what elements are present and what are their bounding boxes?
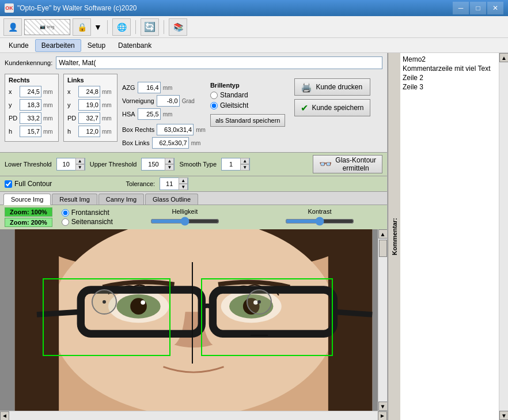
full-contour-checkbox[interactable]	[5, 180, 12, 188]
printer-icon: 🖨️	[301, 82, 312, 93]
toolbar-refresh-btn[interactable]: 🔄	[141, 18, 159, 36]
links-pd-input[interactable]	[78, 112, 100, 124]
toolbar-user-btn[interactable]: 👤	[3, 18, 22, 36]
main-content: Kundenkennung: Rechts x mm y mm	[0, 53, 508, 420]
zoom-200-button[interactable]: Zoom: 200%	[5, 218, 52, 227]
hscroll-left-btn[interactable]: ◄	[0, 411, 9, 421]
rechts-y-input[interactable]	[20, 99, 41, 111]
tabs-bar: Source Img Result Img Canny Img Glass Ou…	[0, 192, 387, 205]
tab-source-img[interactable]: Source Img	[3, 194, 51, 205]
vscroll-down-btn[interactable]: ▼	[378, 402, 388, 411]
upper-threshold-up[interactable]: ▲	[165, 158, 174, 164]
tolerance-spinner-btns: ▲ ▼	[179, 177, 188, 190]
tab-result-img[interactable]: Result Img	[52, 194, 97, 205]
links-x-row: x mm	[67, 86, 113, 97]
glas-kontour-button[interactable]: 👓 Glas-Kontourermitteln	[313, 155, 382, 173]
kunde-drucken-label: Kunde drucken	[316, 83, 362, 91]
vscroll-thumb[interactable]	[379, 240, 387, 257]
hscroll-right-btn[interactable]: ►	[378, 411, 387, 421]
menu-setup[interactable]: Setup	[81, 39, 112, 52]
box-dims-section: Box Rechts mm Box Links mm	[122, 124, 206, 149]
kunden-input[interactable]	[56, 56, 382, 69]
links-pd-unit: mm	[102, 115, 113, 122]
lower-threshold-up[interactable]: ▲	[75, 158, 85, 164]
toolbar-web-btn[interactable]: 🌐	[112, 18, 131, 36]
gleitsicht-label: Gleitsicht	[220, 101, 248, 109]
vscroll-track[interactable]	[378, 239, 388, 402]
comment-vscroll-down[interactable]: ▼	[499, 411, 508, 420]
tolerance-down[interactable]: ▼	[179, 184, 188, 190]
vorneigung-row: Vorneigung Grad	[122, 95, 206, 107]
zoom-100-button[interactable]: Zoom: 100%	[5, 207, 52, 217]
als-standard-button[interactable]: als Standard speichern	[210, 114, 286, 127]
hsa-input[interactable]	[138, 108, 161, 120]
frontansicht-radio[interactable]	[62, 209, 69, 217]
azg-input[interactable]	[138, 82, 161, 93]
comment-scroll-track[interactable]	[499, 62, 508, 411]
right-panel: Kommentar: Memo2 Kommentarzeile mit viel…	[387, 53, 508, 420]
glas-kontour-label: Glas-Kontourermitteln	[335, 156, 376, 172]
menu-datenbank[interactable]: Datenbank	[112, 39, 158, 52]
kunde-drucken-button[interactable]: 🖨️ Kunde drucken	[294, 78, 370, 96]
smooth-type-spinner-btns: ▲ ▼	[240, 158, 249, 171]
window-controls: ─ □ ✕	[453, 2, 503, 14]
maximize-button[interactable]: □	[470, 2, 486, 14]
tolerance-spinner: ▲ ▼	[160, 177, 188, 190]
box-links-input[interactable]	[152, 137, 189, 149]
links-x-label: x	[67, 88, 77, 95]
minimize-button[interactable]: ─	[453, 2, 469, 14]
helligkeit-slider[interactable]	[150, 216, 219, 226]
btn-section: 🖨️ Kunde drucken ✔ Kunde speichern	[294, 78, 370, 116]
smooth-type-input[interactable]	[222, 158, 240, 170]
smooth-type-up[interactable]: ▲	[240, 158, 249, 164]
tab-canny-img[interactable]: Canny Img	[98, 194, 144, 205]
rechts-pd-input[interactable]	[20, 112, 41, 124]
standard-radio[interactable]	[210, 92, 218, 99]
tolerance-input[interactable]	[160, 178, 179, 190]
tolerance-up[interactable]: ▲	[179, 177, 188, 184]
tab-glass-outline[interactable]: Glass Outline	[145, 194, 198, 205]
menu-bearbeiten[interactable]: Bearbeiten	[35, 39, 81, 52]
toolbar-lock-btn[interactable]: 🔒	[73, 18, 91, 36]
lower-threshold-input[interactable]	[57, 158, 75, 170]
kontrast-slider[interactable]	[285, 216, 354, 226]
image-hscrollbar[interactable]: ◄ ►	[0, 411, 387, 420]
seitenansicht-radio-row: Seitenansicht	[62, 218, 113, 226]
comment-line-3: Zeile 3	[403, 83, 496, 91]
upper-threshold-label: Upper Threshold	[90, 161, 137, 168]
links-y-input[interactable]	[78, 99, 100, 111]
rechts-y-row: y mm	[9, 99, 55, 111]
rechts-y-unit: mm	[43, 102, 55, 108]
links-h-input[interactable]	[78, 126, 100, 137]
menu-kunde[interactable]: Kunde	[2, 39, 35, 52]
upper-threshold-down[interactable]: ▼	[165, 164, 174, 171]
box-rechts-input[interactable]	[157, 124, 194, 135]
smooth-type-down[interactable]: ▼	[240, 164, 249, 171]
close-button[interactable]: ✕	[487, 2, 503, 14]
toolbar-book-btn[interactable]: 📚	[169, 18, 187, 36]
comment-vscroll-up[interactable]: ▲	[499, 53, 508, 62]
rechts-h-input[interactable]	[20, 126, 41, 137]
img-controls: Zoom: 100% Zoom: 200% Frontansicht Seite…	[0, 205, 387, 229]
vscroll-up-btn[interactable]: ▲	[378, 229, 388, 239]
save-icon: ✔	[301, 103, 308, 113]
kunden-row: Kundenkennung:	[5, 56, 382, 69]
rechts-x-unit: mm	[43, 89, 55, 95]
toolbar-dropdown-btn[interactable]: ▼	[93, 18, 103, 36]
seitenansicht-radio[interactable]	[62, 218, 69, 226]
vorneigung-input[interactable]	[157, 95, 180, 107]
lower-threshold-down[interactable]: ▼	[75, 164, 85, 171]
standard-label: Standard	[220, 91, 248, 99]
links-x-input[interactable]	[78, 86, 100, 97]
hscroll-track[interactable]	[9, 411, 378, 421]
rechts-pd-label: PD	[9, 115, 18, 122]
upper-threshold-input[interactable]	[142, 158, 165, 170]
image-area[interactable]: ▲ ▼	[0, 229, 387, 411]
gleitsicht-radio[interactable]	[210, 102, 218, 109]
box-rechts-row: Box Rechts mm	[122, 124, 206, 135]
kunde-speichern-button[interactable]: ✔ Kunde speichern	[294, 99, 370, 116]
links-h-row: h mm	[67, 126, 113, 137]
image-vscrollbar[interactable]: ▲ ▼	[378, 229, 387, 411]
comment-scrollbar[interactable]: ▲ ▼	[499, 53, 508, 420]
rechts-x-input[interactable]	[20, 86, 41, 97]
